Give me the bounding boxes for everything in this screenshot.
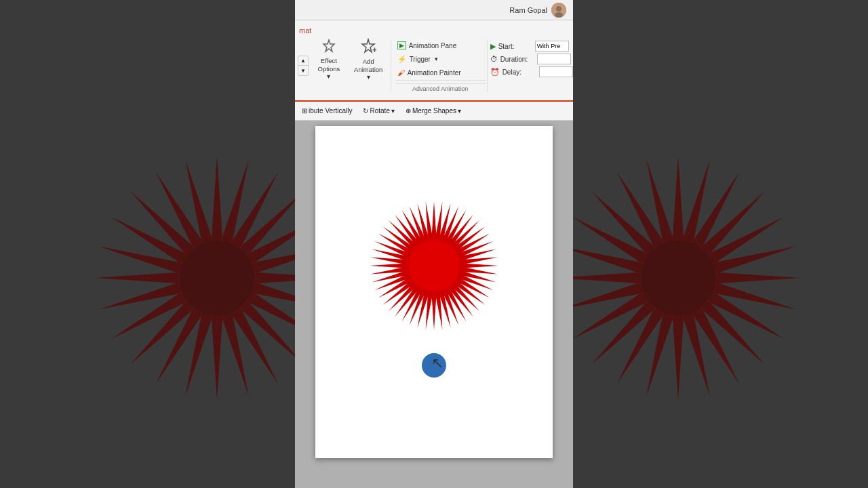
avatar xyxy=(551,3,566,18)
animation-pane-icon: ▶ xyxy=(397,41,406,49)
trigger-label: Trigger xyxy=(410,56,431,63)
svg-point-51 xyxy=(556,6,561,12)
ribbon-tab-row: mat xyxy=(295,23,573,38)
start-row: ▶ Start: xyxy=(490,41,568,52)
rotate-icon: ↻ xyxy=(363,107,368,115)
toolbar-row: ⊞ ibute Vertically ↻ Rotate ▾ ⊕ Merge Sh… xyxy=(295,102,573,121)
slide-area: ↖ xyxy=(295,121,573,488)
animation-pane-button[interactable]: ▶ Animation Pane xyxy=(395,39,486,52)
starburst-shape[interactable] xyxy=(366,198,502,333)
duration-value-input[interactable] xyxy=(537,54,571,64)
rotate-label: Rotate xyxy=(370,107,389,115)
slide-canvas: ↖ xyxy=(315,126,553,458)
start-label: Start: xyxy=(498,43,532,50)
svg-point-52 xyxy=(555,12,563,18)
rotate-dropdown-arrow: ▾ xyxy=(391,107,395,115)
distribute-vertically-button[interactable]: ⊞ ibute Vertically xyxy=(298,105,356,117)
delay-row: ⏰ Delay: xyxy=(490,66,568,77)
start-value-input[interactable] xyxy=(535,41,569,52)
svg-point-24 xyxy=(180,241,254,315)
delay-icon: ⏰ xyxy=(490,68,500,77)
duration-label: Duration: xyxy=(500,56,534,63)
duration-icon: ⏱ xyxy=(490,55,498,63)
timing-group: ▶ Start: ⏱ Duration: ⏰ Delay: xyxy=(487,39,570,92)
trigger-dropdown-arrow: ▾ xyxy=(435,56,438,62)
animation-painter-label: Animation Painter xyxy=(408,69,461,77)
add-animation-icon: + xyxy=(360,38,376,56)
svg-point-104 xyxy=(408,240,460,291)
distribute-vertically-label: ibute Vertically xyxy=(309,107,352,115)
title-bar: Ram Gopal xyxy=(295,0,573,20)
delay-label: Delay: xyxy=(502,68,536,76)
delay-value-input[interactable] xyxy=(539,66,573,77)
effect-options-label: EffectOptions ▾ xyxy=(316,57,342,80)
advanced-animation-group: ▶ Animation Pane ⚡ Trigger ▾ 🖌 Animation… xyxy=(391,39,486,92)
merge-shapes-dropdown-arrow: ▾ xyxy=(458,107,461,115)
scroll-controls: ▲ ▼ xyxy=(298,39,309,92)
svg-point-49 xyxy=(641,241,715,315)
ribbon-content: ▲ ▼ EffectOptions ▾ + xyxy=(295,38,573,94)
main-panel: Ram Gopal mat ▲ ▼ xyxy=(295,0,573,488)
user-info: Ram Gopal xyxy=(509,3,566,18)
merge-shapes-label: Merge Shapes xyxy=(412,107,456,115)
duration-row: ⏱ Duration: xyxy=(490,54,568,64)
scroll-down-arrow[interactable]: ▼ xyxy=(298,66,308,75)
trigger-button[interactable]: ⚡ Trigger ▾ xyxy=(395,53,486,65)
merge-shapes-icon: ⊕ xyxy=(406,107,411,115)
add-animation-label: AddAnimation ▾ xyxy=(353,58,384,81)
trigger-icon: ⚡ xyxy=(397,55,407,64)
rotate-button[interactable]: ↻ Rotate ▾ xyxy=(359,105,398,117)
format-tab-label[interactable]: mat xyxy=(299,26,311,35)
svg-marker-53 xyxy=(323,40,334,52)
merge-shapes-button[interactable]: ⊕ Merge Shapes ▾ xyxy=(401,105,465,117)
blue-circle-shape[interactable] xyxy=(422,353,446,378)
username-label: Ram Gopal xyxy=(509,6,547,14)
svg-text:+: + xyxy=(372,45,376,54)
effect-options-button[interactable]: EffectOptions ▾ xyxy=(311,39,347,80)
distribute-icon: ⊞ xyxy=(302,107,307,115)
start-play-icon: ▶ xyxy=(490,42,496,51)
add-animation-button[interactable]: + AddAnimation ▾ xyxy=(348,39,389,80)
animation-painter-icon: 🖌 xyxy=(397,68,405,77)
scroll-up-arrow[interactable]: ▲ xyxy=(298,56,308,66)
effect-options-icon xyxy=(321,39,336,56)
animation-painter-button[interactable]: 🖌 Animation Painter xyxy=(395,66,486,79)
advanced-animation-section-label: Advanced Animation xyxy=(395,83,486,92)
ribbon: mat ▲ ▼ EffectOptions ▾ xyxy=(295,20,573,102)
bg-starburst-right xyxy=(542,142,814,413)
animation-pane-label: Animation Pane xyxy=(409,42,457,49)
